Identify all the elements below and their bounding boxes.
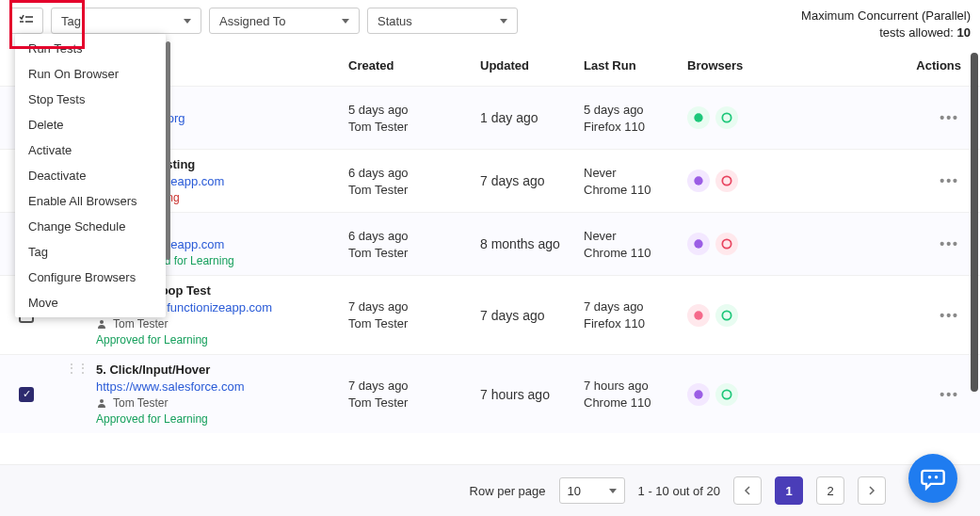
svg-point-15 (928, 476, 932, 479)
row-per-page-label: Row per page (470, 484, 546, 498)
next-page-button[interactable] (858, 476, 886, 505)
row-actions-button[interactable]: ••• (940, 110, 961, 125)
prev-page-button[interactable] (733, 476, 762, 505)
chevron-down-icon (609, 489, 617, 493)
person-icon (96, 318, 107, 330)
svg-point-10 (694, 311, 702, 319)
browsers-cell (687, 106, 866, 129)
browsers-cell (687, 233, 866, 255)
approved-label: Approved for Learning (96, 412, 245, 426)
row-actions-button[interactable]: ••• (940, 387, 961, 402)
svg-point-9 (100, 320, 104, 324)
svg-point-12 (100, 399, 104, 403)
tag-filter-label: Tag (61, 14, 81, 28)
updated-cell: 7 days ago (480, 308, 545, 323)
bulk-actions-button[interactable] (9, 8, 43, 34)
menu-run-on-browser[interactable]: Run On Browser (15, 61, 166, 87)
chrome-icon (715, 383, 738, 406)
row-content: ⋮⋮ 5. Click/Input/Hover https://www.sale… (66, 363, 348, 426)
tag-filter-dropdown[interactable]: Tag (51, 8, 201, 34)
created-cell: 6 days agoTom Tester (348, 166, 480, 197)
menu-enable-all-browsers[interactable]: Enable All Browsers (15, 188, 166, 214)
chevron-down-icon (500, 19, 507, 24)
menu-deactivate[interactable]: Deactivate (15, 163, 166, 188)
chevron-left-icon (744, 486, 751, 495)
svg-point-7 (694, 240, 702, 249)
menu-tag[interactable]: Tag (15, 239, 166, 265)
created-cell: 6 days agoTom Tester (348, 229, 480, 260)
page-1-button[interactable]: 1 (775, 476, 803, 505)
test-title[interactable]: 5. Click/Input/Hover (96, 363, 245, 377)
chrome-icon (715, 106, 738, 129)
col-lastrun: Last Run (584, 58, 687, 73)
svg-point-11 (722, 311, 731, 319)
max-concurrent-line1: Maximum Concurrent (Parallel) (801, 8, 971, 24)
firefox-icon (687, 383, 710, 406)
tester-label: Tom Tester (96, 396, 245, 410)
max-concurrent-line2: tests allowed: 10 (801, 24, 971, 41)
browsers-cell (687, 304, 866, 327)
svg-point-6 (722, 177, 731, 185)
updated-cell: 1 day ago (480, 110, 538, 125)
person-icon (96, 397, 107, 409)
chrome-icon (715, 304, 738, 327)
max-concurrent-info: Maximum Concurrent (Parallel) tests allo… (801, 8, 971, 41)
row-checkbox[interactable] (19, 387, 34, 402)
firefox-icon (687, 106, 710, 129)
vertical-scrollbar[interactable] (971, 53, 978, 392)
updated-cell: 7 hours ago (480, 387, 550, 402)
menu-activate[interactable]: Activate (15, 137, 166, 163)
page-size-select[interactable]: 10 (559, 477, 625, 504)
browsers-cell (687, 169, 866, 192)
col-created: Created (348, 58, 480, 73)
drag-handle-icon[interactable]: ⋮⋮ (66, 363, 88, 426)
firefox-icon (687, 169, 710, 192)
assigned-filter-label: Assigned To (219, 14, 286, 28)
page-2-button[interactable]: 2 (816, 476, 844, 505)
chevron-down-icon (342, 19, 349, 24)
chat-icon (920, 465, 946, 492)
assigned-filter-dropdown[interactable]: Assigned To (209, 8, 360, 34)
test-url[interactable]: https://www.salesforce.com (96, 379, 245, 394)
table-row: ⋮⋮ 5. Click/Input/Hover https://www.sale… (0, 354, 980, 433)
chevron-down-icon (184, 19, 191, 24)
chevron-right-icon (868, 486, 876, 495)
svg-point-5 (694, 177, 702, 185)
browsers-cell (687, 383, 866, 406)
pagination-range: 1 - 10 out of 20 (638, 484, 720, 498)
chrome-icon (715, 169, 738, 192)
updated-cell: 8 months ago (480, 236, 560, 251)
menu-change-schedule[interactable]: Change Schedule (15, 214, 166, 239)
menu-move[interactable]: Move (15, 290, 166, 315)
row-actions-button[interactable]: ••• (940, 236, 961, 251)
lastrun-cell: 7 hours agoChrome 110 (584, 379, 687, 410)
firefox-icon (687, 233, 710, 255)
row-actions-button[interactable]: ••• (940, 173, 961, 188)
created-cell: 5 days agoTom Tester (348, 103, 480, 134)
menu-run-tests[interactable]: Run Tests (15, 36, 166, 61)
updated-cell: 7 days ago (480, 173, 545, 188)
menu-delete[interactable]: Delete (15, 112, 166, 137)
row-actions-button[interactable]: ••• (940, 308, 961, 323)
status-filter-label: Status (378, 14, 412, 28)
svg-point-14 (722, 390, 731, 398)
svg-point-13 (694, 390, 702, 398)
lastrun-cell: 5 days agoFirefox 110 (584, 103, 687, 134)
menu-scrollbar[interactable] (166, 41, 170, 260)
menu-stop-tests[interactable]: Stop Tests (15, 87, 166, 112)
lastrun-cell: NeverChrome 110 (584, 229, 687, 260)
svg-point-4 (722, 114, 731, 122)
svg-point-3 (694, 114, 702, 122)
firefox-icon (687, 304, 710, 327)
svg-point-8 (722, 240, 731, 249)
menu-configure-browsers[interactable]: Configure Browsers (15, 265, 166, 290)
approved-label: Approved for Learning (96, 333, 272, 347)
svg-point-16 (935, 476, 939, 479)
lastrun-cell: NeverChrome 110 (584, 166, 687, 197)
chrome-icon (715, 233, 738, 255)
pagination-bar: Row per page 10 1 - 10 out of 20 1 2 (0, 464, 980, 516)
tester-label: Tom Tester (96, 317, 272, 331)
status-filter-dropdown[interactable]: Status (367, 8, 518, 34)
chat-widget-button[interactable] (908, 454, 957, 503)
col-actions: Actions (886, 58, 961, 73)
